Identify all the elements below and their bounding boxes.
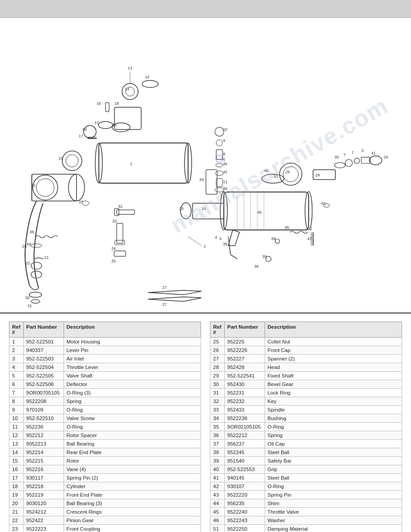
part-number-cell: 952212 <box>23 431 64 440</box>
svg-text:3: 3 <box>361 148 364 153</box>
table-row: 79OR00705105O-Ring (3) <box>9 389 201 397</box>
part-number-cell: 9OR00705105 <box>23 389 64 397</box>
part-number-cell: 956235 <box>224 499 265 508</box>
ref-cell: 27 <box>210 355 225 363</box>
description-cell: Front Coupling <box>64 525 201 532</box>
col-header-part-left: Part Number <box>23 322 64 338</box>
col-header-desc-right: Description <box>265 322 402 338</box>
description-cell: O-Ring <box>265 482 402 491</box>
description-cell: Steel Ball <box>265 474 402 482</box>
ref-cell: 5 <box>9 372 24 380</box>
svg-text:41: 41 <box>371 151 376 155</box>
description-cell: O-Ring <box>265 423 402 431</box>
svg-text:21: 21 <box>44 255 49 260</box>
ref-cell: 32 <box>210 397 225 406</box>
table-row: 12952212Rotor Spacer <box>9 431 201 440</box>
description-cell: Crescent Rings <box>64 508 201 516</box>
table-row: 5952-522505Valve Shaft <box>9 372 201 380</box>
svg-text:40: 40 <box>257 210 262 215</box>
part-number-cell: 9522212 <box>224 431 265 440</box>
svg-text:7: 7 <box>343 153 346 157</box>
part-number-cell: 952231 <box>224 389 265 397</box>
description-cell: Valve Screw <box>64 414 201 423</box>
ref-cell: 51 <box>210 525 225 532</box>
svg-text:20: 20 <box>25 261 30 266</box>
part-number-cell: 952433 <box>224 406 265 414</box>
table-row: 41940145Steel Ball <box>210 474 402 482</box>
table-row: 42930107O-Ring <box>210 482 402 491</box>
part-number-cell: 956237 <box>224 440 265 448</box>
table-row: 469522243Washer <box>210 516 402 525</box>
svg-text:29: 29 <box>384 155 388 159</box>
description-cell: Grip <box>265 465 402 474</box>
table-row: 459522240Throttle Valve <box>210 508 402 516</box>
part-number-cell: 952225 <box>224 338 265 346</box>
svg-text:38: 38 <box>271 236 276 241</box>
part-number-cell: 970109 <box>23 406 64 414</box>
ref-cell: 41 <box>210 474 225 482</box>
table-row: 219524212Crescent Rings <box>9 508 201 516</box>
description-cell: Vane (4) <box>64 465 201 474</box>
svg-text:22: 22 <box>31 183 35 188</box>
part-number-cell: 952428 <box>224 363 265 372</box>
table-row: 269522226Front Cap <box>210 346 402 355</box>
svg-text:31: 31 <box>27 304 32 308</box>
table-row: 1952-522501Motor Housing <box>9 338 201 346</box>
table-row: 3952-522503Air Inlet <box>9 355 201 363</box>
parts-table-area: Ref # Part Number Description 1952-52250… <box>0 313 411 532</box>
svg-text:33: 33 <box>112 219 117 223</box>
description-cell: Front End Plate <box>64 491 201 499</box>
svg-text:36: 36 <box>30 230 34 234</box>
table-row: 22952422Pinion Gear <box>9 516 201 525</box>
svg-text:11: 11 <box>223 180 227 184</box>
ref-cell: 43 <box>210 491 225 499</box>
table-row: 25952225Collet Nut <box>210 338 402 346</box>
part-number-cell: 952-522553 <box>224 465 265 474</box>
ref-cell: 8 <box>9 397 24 406</box>
description-cell: Bevel Gear <box>265 380 402 389</box>
col-header-ref-left: Ref # <box>9 322 24 338</box>
svg-text:34: 34 <box>199 177 204 182</box>
svg-text:1: 1 <box>130 162 133 166</box>
ref-cell: 25 <box>210 338 225 346</box>
description-cell: Valve Shaft <box>64 372 201 380</box>
description-cell: Throttle Valve <box>265 508 402 516</box>
ref-cell: 19 <box>9 491 24 499</box>
svg-text:51: 51 <box>274 174 278 179</box>
table-row: 29952-522541Fixed Shaft <box>210 372 402 380</box>
svg-text:4: 4 <box>219 236 222 241</box>
svg-text:7: 7 <box>351 150 354 155</box>
description-cell: Air Inlet <box>64 355 201 363</box>
table-row: 14952214Rear End Plate <box>9 448 201 457</box>
ref-cell: 30 <box>210 380 225 389</box>
table-row: 15952215Rotor <box>9 457 201 465</box>
part-number-cell: 9052213 <box>23 440 64 448</box>
description-cell: O-Ring <box>64 406 201 414</box>
part-number-cell: 940337 <box>23 346 64 355</box>
description-cell: Pinion Gear <box>64 516 201 525</box>
ref-cell: 36 <box>210 431 225 440</box>
svg-text:44: 44 <box>26 242 31 246</box>
svg-text:19: 19 <box>82 127 87 132</box>
description-cell: Deflector <box>64 380 201 389</box>
svg-text:42: 42 <box>321 201 325 206</box>
svg-text:13: 13 <box>125 87 129 92</box>
svg-text:36: 36 <box>254 264 259 269</box>
part-number-cell: 9522240 <box>224 508 265 516</box>
part-number-cell: 952214 <box>23 448 64 457</box>
table-row: 4952-522504Throttle Lever <box>9 363 201 372</box>
description-cell: Head <box>265 363 402 372</box>
part-number-cell: 9030120 <box>23 499 64 508</box>
svg-text:34: 34 <box>223 186 227 191</box>
part-number-cell: 952-522541 <box>224 372 265 380</box>
table-row: 38952245Steel Ball <box>210 448 402 457</box>
svg-text:13: 13 <box>128 66 133 70</box>
part-number-cell: 930117 <box>23 474 64 482</box>
svg-text:14: 14 <box>145 75 149 79</box>
svg-text:35: 35 <box>334 155 339 159</box>
description-cell: Rotor Spacer <box>64 431 201 440</box>
table-row: 30952430Bevel Gear <box>210 380 402 389</box>
table-row: 37956237Oil Cap <box>210 440 402 448</box>
table-row: 33952433Spindle <box>210 406 402 414</box>
svg-text:2: 2 <box>310 227 312 231</box>
